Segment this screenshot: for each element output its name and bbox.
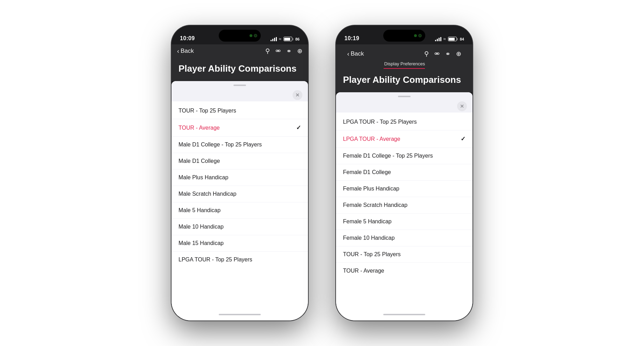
- people-icon-right[interactable]: ⚮: [434, 50, 440, 58]
- sheet-item-text-right-6: Female 5 Handicap: [343, 218, 392, 225]
- sheet-item-text-right-2: Female D1 College - Top 25 Players: [343, 153, 433, 159]
- sheet-item-right-6[interactable]: Female 5 Handicap: [336, 214, 472, 230]
- close-button-right[interactable]: ✕: [457, 101, 467, 111]
- nav-actions-right: ⚲ ⚮ ⚭ ⊕: [424, 50, 461, 58]
- phone-left: 10:09 ≈ 86 ‹: [172, 26, 308, 320]
- back-chevron-left: ‹: [177, 48, 179, 55]
- sheet-item-right-4[interactable]: Female Plus Handicap: [336, 181, 472, 197]
- sheet-item-left-7[interactable]: Male 10 Handicap: [172, 219, 308, 235]
- sheet-item-text-right-9: TOUR - Average: [343, 268, 384, 274]
- content-left: Player Ability Comparisons ✕ TOUR - Top …: [172, 58, 308, 320]
- sheet-item-text-left-8: Male 15 Handicap: [178, 240, 224, 246]
- sheet-item-text-left-1: TOUR - Average: [178, 125, 220, 131]
- nav-bar-left: ‹ Back ⚲ ⚮ ⚭ ⊕: [172, 44, 308, 58]
- status-icons-left: ≈ 86: [271, 36, 300, 42]
- sheet-item-left-0[interactable]: TOUR - Top 25 Players: [172, 103, 308, 119]
- sheet-handle-area-right: [336, 92, 472, 100]
- signal-bars-right: [435, 37, 441, 41]
- signal-bar-3: [274, 38, 275, 41]
- status-time-left: 10:09: [180, 35, 195, 42]
- search-icon-right[interactable]: ⚲: [424, 50, 429, 58]
- sheet-item-text-right-5: Female Scratch Handicap: [343, 202, 407, 208]
- signal-bar-4: [276, 37, 277, 41]
- sheet-item-text-right-8: TOUR - Top 25 Players: [343, 251, 401, 258]
- battery-left: [284, 37, 293, 41]
- sheet-item-right-1[interactable]: LPGA TOUR - Average✓: [336, 130, 472, 148]
- sheet-item-left-2[interactable]: Male D1 College - Top 25 Players: [172, 137, 308, 153]
- sheet-item-text-right-4: Female Plus Handicap: [343, 186, 399, 192]
- dynamic-island-left: [219, 30, 261, 42]
- sheet-close-row-left: ✕: [172, 89, 308, 101]
- nav-back-right[interactable]: ‹ Back: [347, 50, 364, 58]
- camera-dot: [254, 34, 257, 37]
- sheet-item-right-0[interactable]: LPGA TOUR - Top 25 Players: [336, 114, 472, 130]
- checkmark-right-1: ✓: [461, 135, 465, 143]
- sheet-item-right-5[interactable]: Female Scratch Handicap: [336, 197, 472, 214]
- sheet-list-right: LPGA TOUR - Top 25 PlayersLPGA TOUR - Av…: [336, 113, 472, 309]
- camera-dot-right: [418, 34, 422, 37]
- sheet-item-right-8[interactable]: TOUR - Top 25 Players: [336, 246, 472, 263]
- sheet-item-left-4[interactable]: Male Plus Handicap: [172, 170, 308, 186]
- sheet-list-left: TOUR - Top 25 PlayersTOUR - Average✓Male…: [172, 101, 308, 309]
- signal-bar-r2: [437, 39, 438, 41]
- sheet-item-left-1[interactable]: TOUR - Average✓: [172, 119, 308, 137]
- nav-actions-left: ⚲ ⚮ ⚭ ⊕: [265, 47, 302, 55]
- back-label-right: Back: [351, 50, 364, 57]
- sheet-item-right-7[interactable]: Female 10 Handicap: [336, 230, 472, 246]
- add-icon-left[interactable]: ⊕: [297, 47, 302, 55]
- sheet-item-right-3[interactable]: Female D1 College: [336, 164, 472, 181]
- sheet-handle-left: [233, 85, 246, 86]
- sheet-item-right-9[interactable]: TOUR - Average: [336, 263, 472, 279]
- sheet-item-text-right-7: Female 10 Handicap: [343, 235, 395, 241]
- sheet-item-text-left-4: Male Plus Handicap: [178, 174, 228, 181]
- battery-text-right: 84: [460, 37, 464, 41]
- nav-tab-label[interactable]: Display Preferences: [384, 60, 425, 68]
- sheet-item-text-left-2: Male D1 College - Top 25 Players: [178, 142, 262, 148]
- sheet-handle-right: [398, 96, 411, 97]
- sheet-item-text-left-0: TOUR - Top 25 Players: [178, 108, 236, 114]
- battery-fill-right: [449, 38, 455, 41]
- bell-icon-right[interactable]: ⚭: [445, 50, 450, 58]
- sheet-handle-area-left: [172, 81, 308, 89]
- sheet-item-text-left-3: Male D1 College: [178, 158, 220, 164]
- sheet-item-right-2[interactable]: Female D1 College - Top 25 Players: [336, 148, 472, 164]
- nav-bar-row-right: ‹ Back ⚲ ⚮ ⚭ ⊕: [342, 47, 467, 60]
- section-title-right: Player Ability Comparisons: [343, 74, 465, 85]
- sheet-item-text-right-0: LPGA TOUR - Top 25 Players: [343, 119, 417, 125]
- signal-bars-left: [271, 37, 277, 41]
- battery-fill-left: [284, 38, 290, 41]
- bell-icon-left[interactable]: ⚭: [286, 47, 292, 55]
- wifi-icon-right: ≈: [443, 36, 446, 42]
- nav-tab-container: Display Preferences: [378, 60, 430, 69]
- sheet-item-text-left-6: Male 5 Handicap: [178, 207, 220, 214]
- sheet-item-left-5[interactable]: Male Scratch Handicap: [172, 186, 308, 202]
- add-icon-right[interactable]: ⊕: [456, 50, 461, 58]
- home-indicator-right: [336, 309, 472, 320]
- dynamic-island-right: [383, 30, 425, 42]
- battery-tip-left: [293, 38, 293, 40]
- camera-indicator: [250, 34, 252, 37]
- sheet-item-left-9[interactable]: LPGA TOUR - Top 25 Players: [172, 252, 308, 268]
- screen-left: 10:09 ≈ 86 ‹: [172, 26, 308, 320]
- content-right: Player Ability Comparisons ✕ LPGA TOUR -…: [336, 69, 472, 320]
- battery-text-left: 86: [295, 37, 300, 41]
- screen-right: 10:19 ≈ 84: [336, 26, 472, 320]
- sheet-item-left-3[interactable]: Male D1 College: [172, 153, 308, 170]
- close-button-left[interactable]: ✕: [293, 90, 302, 100]
- sheet-item-text-left-9: LPGA TOUR - Top 25 Players: [178, 257, 252, 263]
- bottom-sheet-right: ✕ LPGA TOUR - Top 25 PlayersLPGA TOUR - …: [336, 92, 472, 320]
- search-icon-left[interactable]: ⚲: [265, 47, 270, 55]
- sheet-item-text-right-1: LPGA TOUR - Average: [343, 136, 400, 142]
- battery-right: [448, 37, 458, 41]
- section-header-left: Player Ability Comparisons: [172, 58, 308, 81]
- battery-tip-right: [457, 38, 458, 40]
- sheet-close-row-right: ✕: [336, 100, 472, 113]
- nav-back-left[interactable]: ‹ Back: [177, 48, 194, 55]
- sheet-item-left-6[interactable]: Male 5 Handicap: [172, 202, 308, 219]
- people-icon-left[interactable]: ⚮: [275, 47, 281, 55]
- home-bar-left: [219, 314, 261, 315]
- status-time-right: 10:19: [344, 35, 359, 42]
- phone-right: 10:19 ≈ 84: [336, 26, 472, 320]
- sheet-item-left-8[interactable]: Male 15 Handicap: [172, 235, 308, 252]
- battery-body-left: [284, 37, 292, 41]
